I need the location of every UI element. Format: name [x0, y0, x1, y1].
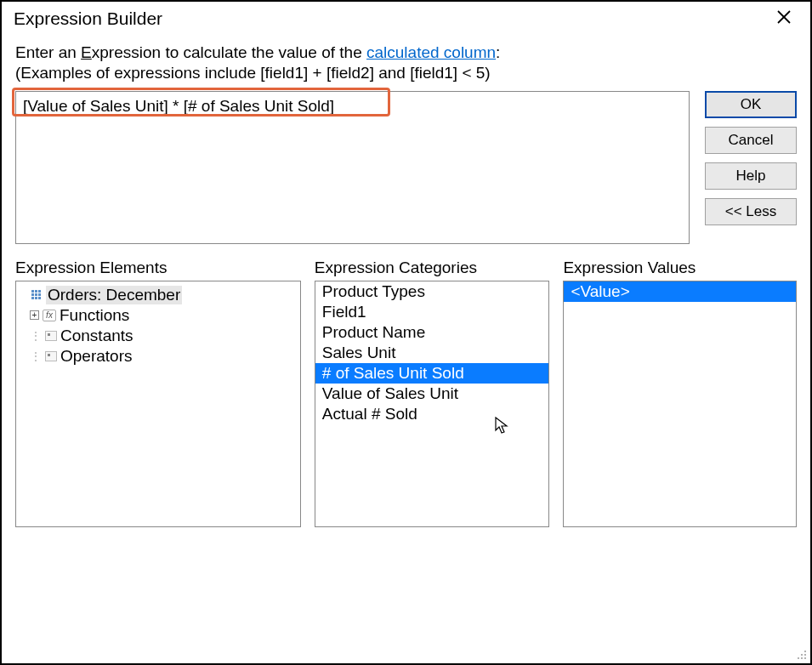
- expression-elements-panel: Expression Elements Orders: December + f…: [15, 259, 301, 527]
- category-item[interactable]: Product Types: [315, 281, 549, 302]
- svg-point-5: [798, 657, 799, 659]
- calculated-column-link[interactable]: calculated column: [366, 43, 496, 61]
- tree-line-icon: ⋮: [30, 350, 42, 362]
- button-column: OK Cancel Help << Less: [705, 91, 797, 225]
- tree-item-operators[interactable]: ⋮ Operators: [16, 346, 300, 367]
- close-button[interactable]: [769, 9, 798, 28]
- expression-categories-list[interactable]: Product TypesField1Product NameSales Uni…: [315, 281, 550, 527]
- ok-button[interactable]: OK: [705, 91, 797, 118]
- function-icon: fx: [43, 310, 56, 321]
- expression-values-list[interactable]: <Value>: [563, 281, 797, 527]
- tree-item-functions[interactable]: + fx Functions: [16, 305, 300, 326]
- expression-elements-label: Expression Elements: [15, 259, 301, 277]
- tree-item-constants[interactable]: ⋮ Constants: [16, 326, 300, 346]
- svg-point-2: [804, 651, 806, 652]
- cancel-button[interactable]: Cancel: [705, 127, 797, 154]
- titlebar: Expression Builder: [2, 2, 810, 34]
- instruction-text: Enter an Expression to calculate the val…: [15, 44, 797, 62]
- category-item[interactable]: Sales Unit: [315, 343, 549, 363]
- svg-point-6: [801, 657, 803, 659]
- expression-categories-label: Expression Categories: [315, 259, 550, 277]
- less-button[interactable]: << Less: [705, 198, 797, 225]
- help-button[interactable]: Help: [705, 162, 797, 190]
- examples-text: (Examples of expressions include [field1…: [15, 64, 797, 82]
- expression-categories-panel: Expression Categories Product TypesField…: [315, 259, 550, 527]
- expression-values-label: Expression Values: [563, 259, 797, 277]
- constant-icon: [45, 331, 57, 341]
- category-item[interactable]: Field1: [315, 302, 549, 322]
- dialog-content: Enter an Expression to calculate the val…: [2, 34, 810, 536]
- category-item[interactable]: Value of Sales Unit: [315, 384, 549, 404]
- table-icon: [31, 290, 41, 299]
- expression-values-panel: Expression Values <Value>: [563, 259, 797, 527]
- tree-line-icon: ⋮: [30, 330, 42, 342]
- svg-point-7: [804, 657, 806, 659]
- close-icon: [776, 9, 792, 25]
- expression-builder-window: Expression Builder Enter an Expression t…: [0, 0, 812, 665]
- value-item[interactable]: <Value>: [564, 281, 796, 302]
- category-item[interactable]: # of Sales Unit Sold: [315, 363, 549, 384]
- svg-point-3: [801, 654, 803, 656]
- category-item[interactable]: Actual # Sold: [315, 404, 549, 424]
- expression-input[interactable]: [15, 91, 690, 244]
- tree-root-item[interactable]: Orders: December: [16, 285, 300, 305]
- category-item[interactable]: Product Name: [315, 322, 549, 343]
- resize-grip[interactable]: [793, 646, 807, 660]
- operator-icon: [45, 351, 57, 361]
- expand-icon[interactable]: +: [30, 310, 39, 320]
- expression-elements-tree[interactable]: Orders: December + fx Functions ⋮ Consta…: [15, 281, 301, 527]
- window-title: Expression Builder: [14, 9, 162, 29]
- svg-point-4: [804, 654, 806, 656]
